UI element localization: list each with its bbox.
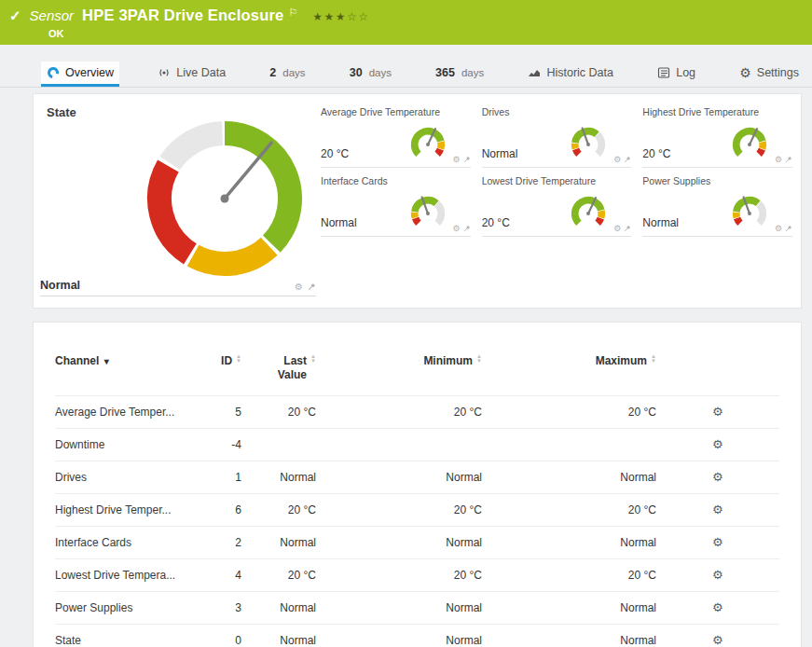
sort-icon[interactable]: ▲▼ bbox=[310, 354, 316, 364]
channel-table: Channel ▾ ID▲▼ Last Value▲▼ Minimum▲▼ Ma… bbox=[55, 354, 779, 647]
mini-gauge-power-supplies[interactable]: Power Supplies Normal ⚙ bbox=[642, 172, 792, 237]
table-row: Downtime -4 ⚙ bbox=[55, 429, 779, 461]
channel-name: Average Drive Temper... bbox=[55, 396, 186, 429]
gauge-settings-icon[interactable]: ⚙ bbox=[295, 282, 303, 292]
tab-overview[interactable]: Overview bbox=[41, 62, 119, 87]
channel-settings-icon[interactable]: ⚙ bbox=[712, 470, 723, 484]
channel-settings-icon[interactable]: ⚙ bbox=[712, 600, 723, 614]
column-label: ID bbox=[221, 354, 232, 367]
mini-gauge-highest-drive-temperature[interactable]: Highest Drive Temperature 20 °C ⚙ bbox=[642, 103, 792, 168]
channel-id: 0 bbox=[186, 625, 241, 647]
tab-live-data[interactable]: Live Data bbox=[152, 62, 231, 87]
channel-settings-icon[interactable]: ⚙ bbox=[712, 502, 723, 516]
tab-label: Live Data bbox=[176, 66, 226, 79]
state-gauge-title: State bbox=[47, 105, 76, 119]
maximum-value: 20 °C bbox=[482, 494, 656, 527]
pin-icon[interactable] bbox=[624, 156, 631, 163]
live-data-icon bbox=[158, 66, 171, 79]
column-label: Channel bbox=[55, 354, 99, 367]
channel-id: 3 bbox=[186, 592, 241, 625]
historic-data-icon bbox=[528, 66, 541, 79]
channel-table-panel: Channel ▾ ID▲▼ Last Value▲▼ Minimum▲▼ Ma… bbox=[33, 322, 802, 647]
channel-settings-icon[interactable]: ⚙ bbox=[712, 437, 723, 451]
tab-label-number: 365 bbox=[435, 66, 455, 79]
maximum-value: Normal bbox=[482, 592, 656, 625]
column-header-channel[interactable]: Channel ▾ bbox=[55, 354, 186, 396]
state-gauge bbox=[141, 115, 309, 282]
pin-icon[interactable] bbox=[624, 225, 631, 232]
channel-settings-icon[interactable]: ⚙ bbox=[712, 405, 723, 419]
column-label: Minimum bbox=[423, 354, 473, 367]
mini-gauge-title: Drives bbox=[482, 103, 632, 117]
mini-gauge-drives[interactable]: Drives Normal ⚙ bbox=[482, 103, 632, 168]
table-row: State 0 Normal Normal Normal ⚙ bbox=[55, 625, 779, 647]
mini-gauge-value: Normal bbox=[642, 216, 679, 229]
tab-365-days[interactable]: 365 days bbox=[430, 62, 489, 87]
column-header-last-value[interactable]: Last Value▲▼ bbox=[241, 354, 316, 396]
table-row: Highest Drive Temper... 6 20 °C 20 °C 20… bbox=[55, 494, 779, 527]
channel-name: Power Supplies bbox=[55, 592, 186, 625]
tab-label: Overview bbox=[65, 66, 114, 79]
minimum-value: Normal bbox=[316, 592, 482, 625]
column-header-minimum[interactable]: Minimum▲▼ bbox=[316, 354, 482, 396]
pin-icon[interactable] bbox=[308, 282, 316, 291]
tab-historic-data[interactable]: Historic Data bbox=[522, 62, 619, 87]
channel-settings-icon[interactable]: ⚙ bbox=[712, 633, 723, 647]
pin-icon[interactable] bbox=[785, 225, 792, 232]
last-value: 20 °C bbox=[241, 559, 316, 592]
channel-name: Lowest Drive Tempera... bbox=[55, 559, 186, 592]
tab-label-unit: days bbox=[461, 67, 484, 78]
last-value bbox=[241, 429, 316, 461]
tab-bar: Overview Live Data 2 days 30 days 365 da… bbox=[0, 62, 812, 88]
column-header-maximum[interactable]: Maximum▲▼ bbox=[482, 354, 656, 396]
channel-name: State bbox=[55, 625, 186, 647]
sort-icon[interactable]: ▲▼ bbox=[476, 354, 482, 364]
status-gauge-icon bbox=[568, 123, 609, 164]
table-row: Average Drive Temper... 5 20 °C 20 °C 20… bbox=[55, 396, 779, 429]
minimum-value: Normal bbox=[316, 461, 482, 494]
tab-log[interactable]: Log bbox=[652, 62, 701, 87]
last-value: Normal bbox=[241, 625, 316, 647]
tab-label-number: 2 bbox=[269, 66, 276, 79]
sensor-header-row: ✓ Sensor HPE 3PAR Drive Enclosure ⚐ ★★★☆… bbox=[0, 0, 812, 24]
object-kind-label: Sensor bbox=[30, 7, 75, 23]
gauge-settings-icon[interactable]: ⚙ bbox=[775, 155, 782, 164]
tab-settings[interactable]: ⚙ Settings bbox=[734, 62, 805, 87]
sort-icon[interactable]: ▲▼ bbox=[651, 354, 656, 364]
mini-gauge-interface-cards[interactable]: Interface Cards Normal ⚙ bbox=[321, 172, 471, 237]
priority-flag-icon[interactable]: ⚐ bbox=[288, 7, 297, 19]
tab-30-days[interactable]: 30 days bbox=[344, 62, 397, 87]
channel-settings-icon[interactable]: ⚙ bbox=[712, 535, 723, 549]
mini-gauge-avg-drive-temperature[interactable]: Average Drive Temperature 20 °C ⚙ bbox=[321, 103, 471, 168]
sort-icon[interactable]: ▲▼ bbox=[236, 354, 241, 364]
pin-icon[interactable] bbox=[785, 156, 792, 163]
priority-stars[interactable]: ★★★☆☆ bbox=[312, 10, 369, 23]
last-value: Normal bbox=[241, 461, 316, 494]
status-gauge-icon bbox=[407, 192, 448, 233]
channel-settings-icon[interactable]: ⚙ bbox=[712, 568, 723, 582]
settings-gear-icon: ⚙ bbox=[739, 65, 751, 80]
gauge-needle bbox=[225, 143, 271, 199]
table-row: Drives 1 Normal Normal Normal ⚙ bbox=[55, 461, 779, 494]
table-row: Interface Cards 2 Normal Normal Normal ⚙ bbox=[55, 527, 779, 559]
minimum-value: 20 °C bbox=[316, 494, 482, 527]
mini-gauge-lowest-drive-temperature[interactable]: Lowest Drive Temperature 20 °C ⚙ bbox=[482, 172, 632, 237]
channel-id: 6 bbox=[186, 494, 241, 527]
pin-icon[interactable] bbox=[463, 225, 471, 232]
column-header-actions bbox=[656, 354, 779, 396]
channel-id: 4 bbox=[186, 559, 241, 592]
pin-icon[interactable] bbox=[463, 156, 471, 163]
table-row: Power Supplies 3 Normal Normal Normal ⚙ bbox=[55, 592, 779, 625]
column-label: Last Value bbox=[268, 354, 307, 382]
gauge-settings-icon[interactable]: ⚙ bbox=[613, 155, 621, 164]
gauge-settings-icon[interactable]: ⚙ bbox=[453, 224, 461, 233]
column-label: Maximum bbox=[596, 354, 647, 367]
gauge-settings-icon[interactable]: ⚙ bbox=[775, 224, 782, 233]
gauge-settings-icon[interactable]: ⚙ bbox=[453, 155, 461, 164]
gauge-settings-icon[interactable]: ⚙ bbox=[613, 224, 621, 233]
sensor-header: ✓ Sensor HPE 3PAR Drive Enclosure ⚐ ★★★☆… bbox=[0, 0, 812, 45]
table-header-row: Channel ▾ ID▲▼ Last Value▲▼ Minimum▲▼ Ma… bbox=[55, 354, 779, 396]
column-header-id[interactable]: ID▲▼ bbox=[186, 354, 241, 396]
tab-2-days[interactable]: 2 days bbox=[264, 62, 310, 87]
tab-label-number: 30 bbox=[350, 66, 363, 79]
